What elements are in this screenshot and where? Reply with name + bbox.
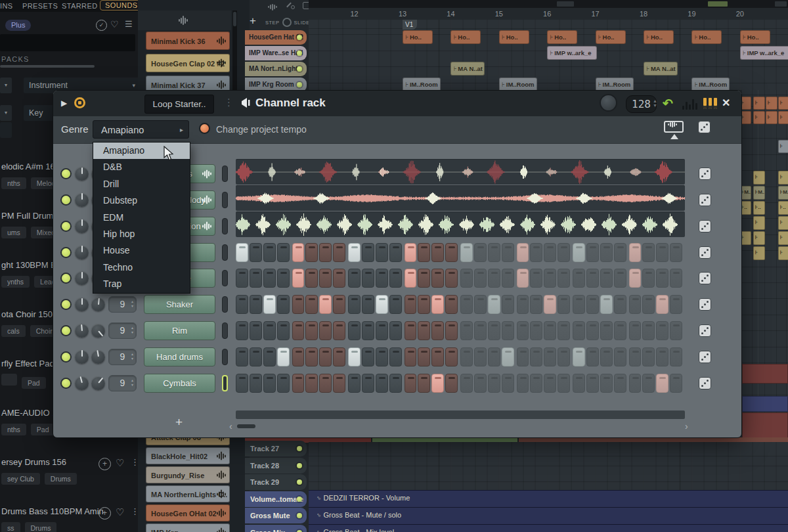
step-button[interactable] xyxy=(333,295,345,314)
step-button[interactable] xyxy=(573,269,585,288)
pattern-indicator[interactable] xyxy=(222,218,228,234)
playlist-grid-bottom[interactable]: ♂DEDZII TERROR - Volume♂Gross Beat - Mut… xyxy=(309,442,788,532)
genre-option-drill[interactable]: Drill xyxy=(93,176,190,192)
step-button[interactable] xyxy=(348,269,361,288)
step-button[interactable] xyxy=(614,243,626,262)
channel-mute-led[interactable] xyxy=(62,196,70,204)
dice-randomize-icon[interactable] xyxy=(699,246,711,259)
step-button[interactable] xyxy=(292,374,305,393)
track-enabled-led[interactable] xyxy=(297,446,302,451)
channel-button[interactable]: HouseGen OHat 02 xyxy=(146,504,230,521)
step-button[interactable] xyxy=(586,347,599,366)
pattern-indicator[interactable] xyxy=(222,192,228,208)
channel-volume-knob[interactable] xyxy=(91,350,105,364)
step-button[interactable] xyxy=(573,347,585,366)
step-button[interactable] xyxy=(348,374,361,393)
step-button[interactable] xyxy=(656,243,668,262)
tag-chip[interactable]: ss xyxy=(1,522,20,532)
rack-scrollbar-thumb[interactable] xyxy=(237,424,255,428)
step-button[interactable] xyxy=(431,374,444,393)
channel-rack-titlebar[interactable]: ▶ Loop Starter.. ⋮ Channel rack 128 ▲▼ ↶… xyxy=(53,91,741,116)
tag-chip[interactable]: nths xyxy=(1,177,26,189)
step-button[interactable] xyxy=(488,374,500,393)
track-enabled-led[interactable] xyxy=(297,82,302,87)
playlist-mini-clip[interactable]: ⊦M..p xyxy=(753,186,765,200)
step-button[interactable] xyxy=(277,374,290,393)
heart-icon[interactable]: ♡ xyxy=(116,457,124,469)
step-button[interactable] xyxy=(460,321,473,340)
step-button[interactable] xyxy=(405,295,417,314)
channel-volume-knob[interactable] xyxy=(91,376,105,390)
step-button[interactable] xyxy=(418,269,430,288)
step-button[interactable] xyxy=(474,243,487,262)
step-button[interactable] xyxy=(362,243,374,262)
step-button[interactable] xyxy=(431,243,444,262)
step-button[interactable] xyxy=(445,243,458,262)
channel-mute-led[interactable] xyxy=(62,379,70,388)
step-button[interactable] xyxy=(348,243,361,262)
step-button[interactable] xyxy=(431,347,444,366)
step-button[interactable] xyxy=(333,321,345,340)
step-button[interactable] xyxy=(488,347,500,366)
step-button[interactable] xyxy=(530,321,542,340)
playlist-clip[interactable]: ⊦IMP w..ark_e xyxy=(740,46,788,60)
wave-tool-icon[interactable] xyxy=(268,2,277,14)
step-button[interactable] xyxy=(362,347,374,366)
playlist-clip[interactable]: ⊦MA N..at xyxy=(450,62,485,76)
channel-pan-knob[interactable] xyxy=(75,376,89,390)
dice-randomize-icon[interactable] xyxy=(699,167,711,180)
playlist-clip-band[interactable] xyxy=(742,396,788,412)
genre-option-hip-hop[interactable]: Hip hop xyxy=(93,226,190,242)
step-button[interactable] xyxy=(629,321,642,340)
step-button[interactable] xyxy=(445,269,458,288)
step-button[interactable] xyxy=(600,347,613,366)
key-tool-icon[interactable] xyxy=(287,2,294,9)
heart-icon[interactable]: ♡ xyxy=(116,506,124,518)
step-button[interactable] xyxy=(474,269,487,288)
step-button[interactable] xyxy=(517,269,529,288)
step-toggle-icon[interactable] xyxy=(282,18,292,27)
step-button[interactable] xyxy=(460,347,473,366)
channel-pan-knob[interactable] xyxy=(75,298,89,311)
dice-randomize-icon[interactable] xyxy=(699,377,711,389)
step-button[interactable] xyxy=(348,321,361,340)
step-button[interactable] xyxy=(263,321,276,340)
step-button[interactable] xyxy=(586,269,599,288)
step-button[interactable] xyxy=(474,295,487,314)
playlist-track-header[interactable]: Track 27 xyxy=(245,441,307,456)
channel-mute-led[interactable] xyxy=(62,326,70,335)
step-button[interactable] xyxy=(277,295,290,314)
step-button[interactable] xyxy=(405,243,417,262)
channel-mute-led[interactable] xyxy=(62,222,70,231)
browser-list-item[interactable]: ersey Drums 156sey ClubDrums+♡⋮ xyxy=(1,457,137,491)
channel-mute-led[interactable] xyxy=(62,169,70,178)
step-button[interactable] xyxy=(573,374,585,393)
step-button[interactable] xyxy=(642,269,655,288)
play-icon[interactable]: ▶ xyxy=(61,99,67,108)
playlist-track-header[interactable]: IMP Ware..se Hall xyxy=(245,46,307,60)
playlist-clip[interactable]: ⊦IM..Room xyxy=(596,78,634,90)
step-button[interactable] xyxy=(670,347,682,366)
track-enabled-led[interactable] xyxy=(297,66,302,72)
step-button[interactable] xyxy=(600,374,613,393)
channel-pan-knob[interactable] xyxy=(75,246,89,259)
track-enabled-led[interactable] xyxy=(297,479,302,485)
channel-volume-knob[interactable] xyxy=(91,324,105,338)
playlist-clip[interactable]: ⊦IM..Room xyxy=(691,78,730,90)
genre-option-dubstep[interactable]: Dubstep xyxy=(93,192,190,209)
playlist-mini-clip[interactable]: ⊦ xyxy=(742,231,751,245)
step-button[interactable] xyxy=(600,295,613,314)
step-button[interactable] xyxy=(530,243,542,262)
automation-clip-lane[interactable]: ♂Gross Beat - Mute / solo xyxy=(309,507,788,525)
pattern-indicator[interactable] xyxy=(222,166,228,182)
pattern-indicator[interactable] xyxy=(222,270,228,286)
step-button[interactable] xyxy=(405,374,417,393)
step-button[interactable] xyxy=(600,321,613,340)
step-button[interactable] xyxy=(656,347,668,366)
step-button[interactable] xyxy=(319,295,332,314)
step-button[interactable] xyxy=(460,243,473,262)
step-button[interactable] xyxy=(445,295,458,314)
route-spinner-icon[interactable]: ▴▾ xyxy=(131,326,133,335)
dice-randomize-icon[interactable] xyxy=(699,220,711,233)
step-button[interactable] xyxy=(319,374,332,393)
